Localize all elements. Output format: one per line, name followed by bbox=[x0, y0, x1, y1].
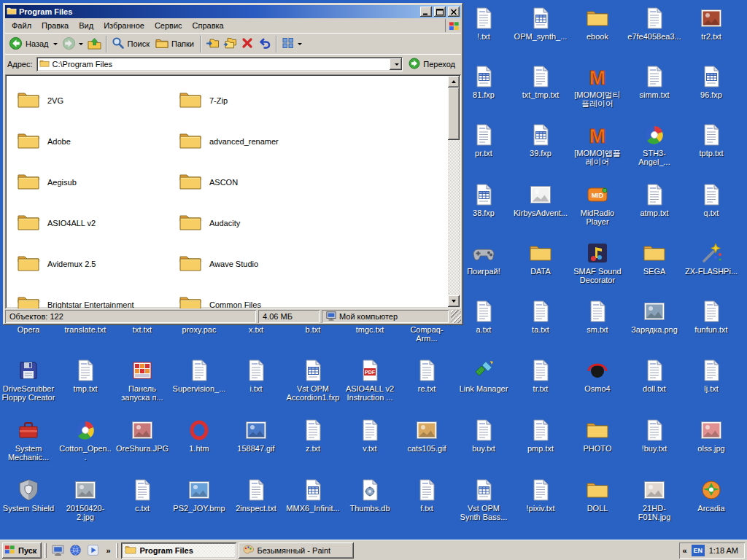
desktop-icon-atmp-txt[interactable]: atmp.txt bbox=[626, 182, 683, 217]
desktop-icon-midradio-player[interactable]: MIDMidRadio Player bbox=[569, 182, 626, 226]
monitor-quicklaunch-icon[interactable] bbox=[50, 542, 66, 559]
go-button[interactable]: Переход bbox=[406, 56, 459, 72]
delete-button[interactable] bbox=[239, 35, 256, 53]
desktop-icon-vst-opm-accordion1-fxp[interactable]: Vst OPM Accordion1.fxp bbox=[285, 358, 341, 402]
folder-item-aegisub[interactable]: Aegisub bbox=[17, 162, 179, 203]
scroll-down-button[interactable] bbox=[448, 295, 460, 307]
desktop-icon-ps2-joy-bmp[interactable]: PS2_JOY.bmp bbox=[171, 478, 228, 513]
address-combo[interactable]: C:\Program Files bbox=[36, 57, 403, 71]
task-button-program-files[interactable]: Program Files bbox=[121, 542, 236, 559]
desktop-icon-mmx6-infinit[interactable]: MMX6_Infinit... bbox=[285, 478, 341, 513]
folder-item-2vg[interactable]: 2VG bbox=[17, 80, 179, 121]
desktop-icon-buy-txt[interactable]: buy.txt bbox=[455, 418, 512, 453]
desktop-icon-txt-tmp-txt[interactable]: txt_tmp.txt bbox=[512, 64, 569, 99]
forward-button[interactable] bbox=[60, 35, 85, 53]
desktop-icon-osmo4[interactable]: Osmo4 bbox=[569, 358, 626, 393]
desktop-icon-data[interactable]: DATA bbox=[512, 241, 569, 276]
title-bar[interactable]: Program Files bbox=[5, 5, 461, 18]
menu-item-сервис[interactable]: Сервис bbox=[150, 19, 187, 32]
scroll-up-button[interactable] bbox=[448, 76, 460, 88]
globe-quicklaunch-icon[interactable] bbox=[67, 542, 83, 559]
folder-item-common-files[interactable]: Common Files bbox=[179, 284, 341, 308]
move-to-button[interactable] bbox=[204, 35, 221, 53]
desktop-icon-20150420-2-jpg[interactable]: 20150420-2.jpg bbox=[57, 478, 114, 521]
desktop-icon-96-fxp[interactable]: 96.fxp bbox=[683, 64, 740, 99]
desktop-icon-панель-запуска-п[interactable]: Панель запуска п... bbox=[114, 358, 171, 402]
desktop-icon-simm-txt[interactable]: simm.txt bbox=[626, 64, 683, 99]
desktop-icon-oreshura-jpg[interactable]: OreShura.JPG bbox=[114, 418, 171, 453]
folder-item-awave-studio[interactable]: Awave Studio bbox=[179, 244, 341, 284]
desktop-icon-ta-txt[interactable]: ta.txt bbox=[512, 299, 569, 334]
desktop-icon-sm-txt[interactable]: sm.txt bbox=[569, 299, 626, 334]
media-quicklaunch-icon[interactable] bbox=[85, 542, 101, 559]
desktop-icon-cotton-open[interactable]: Cotton_Open... bbox=[57, 418, 114, 462]
desktop-icon-tr2-txt[interactable]: tr2.txt bbox=[683, 6, 740, 41]
desktop-icon-doll[interactable]: DOLL bbox=[569, 478, 626, 513]
desktop-icon-cats105-gif[interactable]: cats105.gif bbox=[398, 418, 455, 453]
address-dropdown-button[interactable] bbox=[390, 58, 402, 70]
scrollbar-thumb[interactable] bbox=[448, 88, 460, 140]
desktop-icon-zx-flashpi[interactable]: ZX-FLASHPi... bbox=[683, 241, 740, 276]
desktop-icon-thumbs-db[interactable]: Thumbs.db bbox=[341, 478, 398, 513]
tray-chevron[interactable]: « bbox=[683, 546, 687, 555]
desktop-icon-поиграй[interactable]: Поиграй! bbox=[455, 241, 512, 276]
desktop-icon-1-htm[interactable]: 1.htm bbox=[171, 418, 228, 453]
desktop-icon-lj-txt[interactable]: lj.txt bbox=[683, 358, 740, 393]
up-button[interactable] bbox=[85, 35, 104, 53]
folder-item-adobe[interactable]: Adobe bbox=[17, 121, 179, 162]
desktop-icon-21hd-f01n-jpg[interactable]: 21HD-F01N.jpg bbox=[626, 478, 683, 521]
desktop-icon-buy-txt[interactable]: !buy.txt bbox=[626, 418, 683, 453]
desktop-icon-txt[interactable]: !.txt bbox=[455, 6, 512, 41]
desktop-icon-a-txt[interactable]: a.txt bbox=[455, 299, 512, 334]
desktop-icon-arcadia[interactable]: Arcadia bbox=[683, 478, 740, 513]
desktop-icon-ebook[interactable]: ebook bbox=[569, 6, 626, 41]
desktop-icon-supervision[interactable]: Supervision_... bbox=[171, 358, 228, 393]
menu-item-файл[interactable]: Файл bbox=[7, 19, 36, 32]
desktop-icon-tr-txt[interactable]: tr.txt bbox=[512, 358, 569, 393]
desktop-icon-sega[interactable]: SEGA bbox=[626, 241, 683, 276]
desktop-icon-link-manager[interactable]: Link Manager bbox=[455, 358, 512, 393]
desktop-icon-opm-synth[interactable]: OPM_synth_... bbox=[512, 6, 569, 41]
desktop-icon-tptp-txt[interactable]: tptp.txt bbox=[683, 122, 740, 158]
desktop-icon-photo[interactable]: PHOTO bbox=[569, 418, 626, 453]
desktop-icon-v-txt[interactable]: v.txt bbox=[341, 418, 398, 453]
folder-item-7-zip[interactable]: 7-Zip bbox=[179, 80, 341, 121]
search-button[interactable]: Поиск bbox=[109, 35, 153, 53]
desktop-icon-doll-txt[interactable]: doll.txt bbox=[626, 358, 683, 393]
desktop-icon-system-shield[interactable]: System Shield bbox=[0, 478, 57, 513]
desktop-icon-2inspect-txt[interactable]: 2inspect.txt bbox=[228, 478, 285, 513]
desktop-icon-81-fxp[interactable]: 81.fxp bbox=[455, 64, 512, 99]
menu-item-правка[interactable]: Правка bbox=[36, 19, 74, 32]
minimize-button[interactable] bbox=[420, 7, 432, 17]
desktop-icon-z-txt[interactable]: z.txt bbox=[285, 418, 341, 453]
desktop-icon-i-txt[interactable]: i.txt bbox=[228, 358, 285, 393]
scrollbar-track[interactable] bbox=[448, 88, 460, 295]
copy-to-button[interactable] bbox=[221, 35, 239, 53]
desktop-icon-q-txt[interactable]: q.txt bbox=[683, 182, 740, 217]
vertical-scrollbar[interactable] bbox=[448, 76, 460, 307]
desktop-icon-pr-txt[interactable]: pr.txt bbox=[455, 122, 512, 158]
desktop-icon-c-txt[interactable]: c.txt bbox=[114, 478, 171, 513]
folder-item-asio4all-v2[interactable]: ASIO4ALL v2 bbox=[17, 203, 179, 244]
folder-item-ascon[interactable]: ASCON bbox=[179, 162, 341, 203]
quicklaunch-overflow-chevron[interactable]: » bbox=[104, 546, 112, 555]
desktop-icon-39-fxp[interactable]: 39.fxp bbox=[512, 122, 569, 158]
back-button[interactable]: Назад bbox=[7, 35, 60, 53]
desktop-icon-vst-opm-synth-bass[interactable]: Vst OPM Synth Bass... bbox=[455, 478, 512, 521]
desktop-icon-tmp-txt[interactable]: tmp.txt bbox=[57, 358, 114, 393]
desktop-icon-зарядка-png[interactable]: Зарядка.png bbox=[626, 299, 683, 334]
folder-item-avidemux-2-5[interactable]: Avidemux 2.5 bbox=[17, 244, 179, 284]
menu-item-справка[interactable]: Справка bbox=[187, 19, 229, 32]
menu-item-вид[interactable]: Вид bbox=[74, 19, 98, 32]
desktop-icon-38-fxp[interactable]: 38.fxp bbox=[455, 182, 512, 217]
language-indicator[interactable]: EN bbox=[692, 545, 705, 556]
resize-grip[interactable] bbox=[451, 310, 461, 323]
desktop-icon-re-txt[interactable]: re.txt bbox=[398, 358, 455, 393]
folder-item-brightstar-entertainment[interactable]: Brightstar Entertainment bbox=[17, 284, 179, 308]
folder-item-audacity[interactable]: Audacity bbox=[179, 203, 341, 244]
desktop-icon-e7fe4058ea3[interactable]: e7fe4058ea3... bbox=[626, 6, 683, 41]
desktop-icon-momo-멀티플레이어[interactable]: M[MOMO]멀티플레이어 bbox=[569, 64, 626, 108]
menu-item-избранное[interactable]: Избранное bbox=[98, 19, 150, 32]
desktop-icon-sth3-angel[interactable]: STH3-Angel_... bbox=[626, 122, 683, 166]
desktop-icon-kirbysadvent[interactable]: KirbysAdvent... bbox=[512, 182, 569, 217]
